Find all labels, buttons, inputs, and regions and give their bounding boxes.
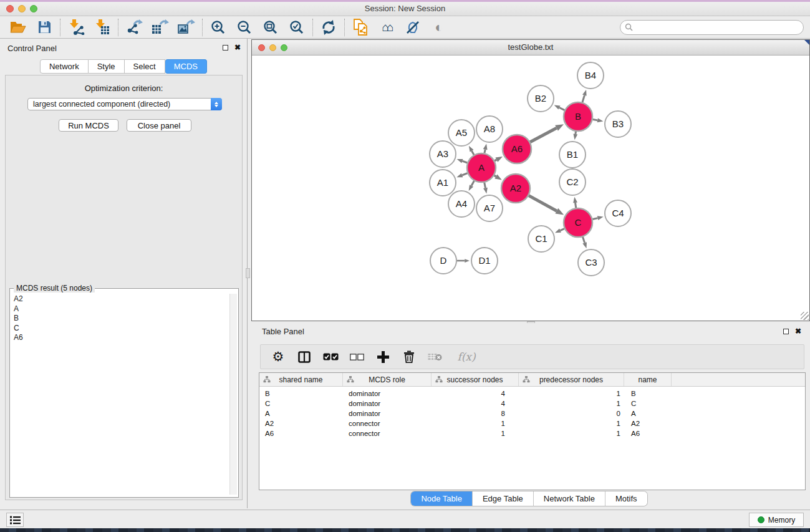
import-network-icon[interactable]	[63, 17, 89, 37]
table-cell[interactable]: B	[259, 390, 343, 397]
column-header-name[interactable]: name	[624, 373, 672, 386]
table-cell[interactable]: 8	[432, 410, 519, 417]
export-table-icon[interactable]	[147, 17, 173, 37]
split-divider-handle[interactable]	[246, 268, 250, 278]
zoom-out-icon[interactable]	[231, 17, 258, 37]
tab-network-table[interactable]: Network Table	[533, 491, 605, 506]
export-image-icon[interactable]	[173, 17, 200, 37]
tab-style[interactable]: Style	[89, 59, 125, 74]
table-cell[interactable]: dominator	[343, 410, 432, 417]
import-table-icon[interactable]	[89, 17, 115, 37]
table-row[interactable]: A6connector11A6	[259, 428, 805, 438]
graph-edge[interactable]	[530, 128, 556, 142]
graph-edge[interactable]	[582, 95, 584, 102]
add-column-icon[interactable]	[374, 348, 392, 365]
graph-edge[interactable]	[472, 151, 475, 155]
table-cell[interactable]: A6	[624, 430, 672, 437]
network-canvas[interactable]: B4B2BB3A8A5A6A3B1AC2A1A2A4A7C4CC1DD1C3	[252, 56, 809, 321]
table-cell[interactable]: 4	[432, 400, 519, 407]
result-item[interactable]: C	[12, 324, 227, 334]
task-history-button[interactable]	[6, 513, 24, 527]
column-header-predecessor-nodes[interactable]: predecessor nodes	[519, 373, 624, 386]
table-cell[interactable]: A2	[624, 420, 672, 427]
open-file-icon[interactable]	[5, 17, 31, 37]
table-cell[interactable]: 1	[432, 420, 519, 427]
table-cell[interactable]: dominator	[343, 400, 432, 407]
table-cell[interactable]: A6	[259, 430, 343, 437]
table-cell[interactable]: A	[624, 410, 672, 417]
graph-edge[interactable]	[494, 160, 496, 161]
table-row[interactable]: Cdominator41C	[259, 399, 805, 409]
graph-edge[interactable]	[485, 150, 485, 153]
delete-column-icon[interactable]	[400, 348, 418, 365]
zoom-in-icon[interactable]	[205, 17, 231, 37]
result-item[interactable]: A6	[12, 333, 227, 343]
table-cell[interactable]: C	[259, 400, 343, 407]
graph-edge[interactable]	[592, 218, 597, 220]
close-panel-button[interactable]: Close panel	[127, 119, 191, 132]
search-input[interactable]	[620, 20, 804, 35]
table-row[interactable]: Bdominator41B	[259, 389, 805, 399]
tab-network[interactable]: Network	[40, 59, 89, 74]
export-network-icon[interactable]	[121, 17, 147, 37]
show-hide-graphics-icon[interactable]	[400, 17, 426, 37]
deselect-all-icon[interactable]	[348, 348, 365, 365]
tab-select[interactable]: Select	[125, 59, 165, 74]
graph-edge[interactable]	[529, 196, 557, 211]
close-panel-icon[interactable]: ✖	[795, 327, 801, 335]
table-cell[interactable]: connector	[343, 420, 432, 427]
tab-node-table[interactable]: Node Table	[411, 491, 472, 506]
function-builder-icon[interactable]: f(x)	[453, 348, 480, 365]
graph-edge[interactable]	[559, 107, 564, 110]
table-cell[interactable]: 1	[519, 400, 624, 407]
graph-edge[interactable]	[582, 237, 584, 243]
table-cell[interactable]: C	[624, 400, 672, 407]
run-mcds-button[interactable]: Run MCDS	[59, 119, 118, 132]
graph-edge[interactable]	[593, 119, 598, 120]
settings-gear-icon[interactable]: ⚙	[269, 348, 287, 365]
table-cell[interactable]: dominator	[343, 390, 432, 397]
graph-edge[interactable]	[462, 161, 467, 163]
result-scrollbar[interactable]	[229, 294, 237, 495]
graph-edge[interactable]	[462, 173, 468, 175]
table-cell[interactable]: 0	[519, 410, 624, 417]
table-row[interactable]: Adominator80A	[259, 409, 805, 418]
tab-motifs[interactable]: Motifs	[605, 491, 647, 506]
tab-edge-table[interactable]: Edge Table	[472, 491, 533, 506]
column-header-successor-nodes[interactable]: successor nodes	[432, 373, 519, 386]
network-window-titlebar[interactable]: testGlobe.txt	[252, 40, 809, 56]
save-session-icon[interactable]	[31, 17, 57, 37]
table-cell[interactable]: B	[624, 390, 672, 397]
graph-edge[interactable]	[485, 183, 486, 188]
split-view-icon[interactable]	[296, 348, 313, 365]
zoom-selected-icon[interactable]	[284, 17, 310, 37]
graph-edge[interactable]	[471, 181, 474, 186]
table-cell[interactable]: connector	[343, 430, 432, 437]
graph-edge[interactable]	[494, 175, 496, 177]
table-cell[interactable]: 1	[519, 420, 624, 427]
column-header-shared-name[interactable]: shared name	[259, 373, 343, 386]
table-row[interactable]: A2connector11A2	[259, 418, 805, 428]
tab-mcds[interactable]: MCDS	[165, 59, 207, 74]
clone-network-icon[interactable]	[347, 17, 374, 37]
home-icon[interactable]: ⌂⌂	[374, 17, 400, 37]
resize-grip-icon[interactable]	[801, 312, 809, 320]
eye-icon[interactable]: ◐	[426, 17, 452, 37]
table-cell[interactable]: 1	[519, 390, 624, 397]
float-panel-icon[interactable]	[783, 329, 789, 334]
graph-edge[interactable]	[560, 229, 564, 231]
table-cell[interactable]: A	[259, 410, 343, 417]
refresh-layout-icon[interactable]	[316, 17, 342, 37]
result-item[interactable]: A2	[12, 294, 227, 304]
graph-edge[interactable]	[576, 203, 576, 208]
table-cell[interactable]: 1	[519, 430, 624, 437]
table-cell[interactable]: A2	[259, 420, 343, 427]
graph-edge[interactable]	[576, 132, 576, 134]
column-header-MCDS-role[interactable]: MCDS role	[343, 373, 432, 386]
result-item[interactable]: B	[12, 314, 227, 324]
close-panel-icon[interactable]: ✖	[234, 44, 241, 51]
delete-table-icon[interactable]	[427, 348, 444, 365]
result-item[interactable]: A	[12, 304, 227, 314]
float-panel-icon[interactable]	[223, 45, 228, 51]
criterion-dropdown[interactable]: largest connected component (directed)	[27, 98, 222, 110]
